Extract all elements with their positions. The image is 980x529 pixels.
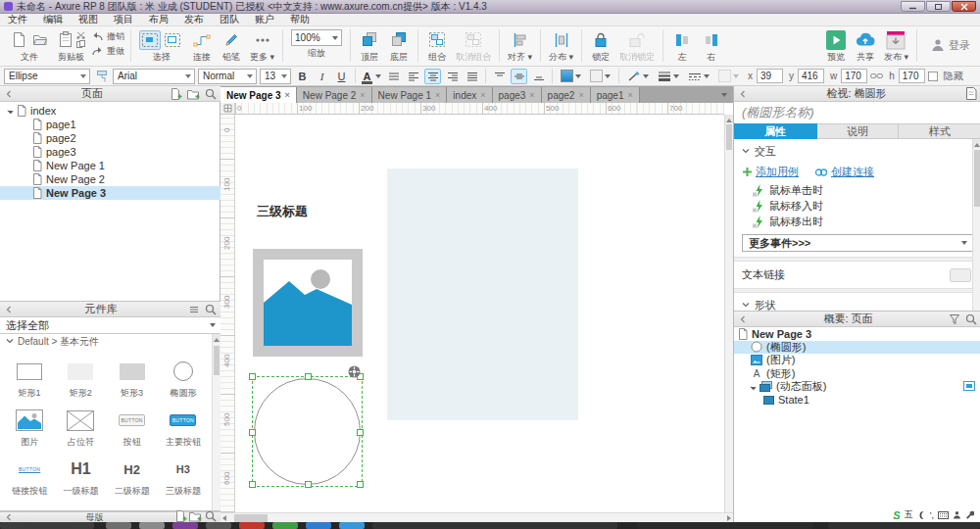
ime-fullhalf-moon-icon[interactable] xyxy=(917,510,926,520)
inspector-scrollbar[interactable] xyxy=(972,139,980,311)
close-button[interactable] xyxy=(952,1,976,12)
login-button[interactable]: 登录 xyxy=(931,28,970,62)
page-tree-item-page1[interactable]: page1 xyxy=(0,118,220,131)
widget-filter-select[interactable]: 选择全部 xyxy=(0,317,220,334)
menu-item-account[interactable]: 账户 xyxy=(247,14,282,26)
toolbar-file-doc-open-button[interactable] xyxy=(29,29,49,50)
h-field[interactable]: 170 xyxy=(899,69,925,83)
toolbar-redo-button[interactable]: 重做 xyxy=(91,45,124,58)
add-master-folder-icon[interactable] xyxy=(189,510,202,522)
line-spacing-button[interactable] xyxy=(385,69,402,84)
canvas-ellipse-widget-selected[interactable] xyxy=(252,376,363,487)
widget-item[interactable]: 椭圆形 xyxy=(158,355,209,404)
toolbar-group-button[interactable]: 组合 xyxy=(422,28,452,65)
toolbar-more-button[interactable]: 更多 ▾ xyxy=(246,28,278,65)
bold-button[interactable]: B xyxy=(294,69,311,84)
ime-wubi-mode[interactable]: 五 xyxy=(905,508,913,521)
hide-checkbox[interactable] xyxy=(928,72,938,81)
toolbar-clipboard-clipboard-button[interactable] xyxy=(57,29,74,50)
align-text-center-button[interactable] xyxy=(424,69,441,84)
font-size-select[interactable]: 13 xyxy=(260,69,291,84)
taskbar-app[interactable] xyxy=(106,522,131,529)
taskbar-app[interactable] xyxy=(239,522,265,529)
widget-item[interactable]: BUTTON主要按钮 xyxy=(158,404,209,453)
toolbar-pencil-pencil-button[interactable] xyxy=(221,30,241,50)
widget-name-input[interactable]: (椭圆形名称) xyxy=(734,102,980,123)
widget-section-header[interactable]: Default > 基本元件 xyxy=(0,334,220,349)
canvas-tab-new-page-3[interactable]: New Page 3× xyxy=(220,87,297,103)
canvas-tab-index[interactable]: index× xyxy=(447,87,492,103)
minimize-button[interactable] xyxy=(901,1,925,12)
outline-item-state1[interactable]: State1 xyxy=(734,394,980,408)
border-width-dropdown[interactable] xyxy=(655,69,682,83)
selection-handle[interactable] xyxy=(305,481,312,488)
page-tree-item-new-page-2[interactable]: New Page 2 xyxy=(0,172,220,186)
canvas-vertical-scrollbar[interactable] xyxy=(724,115,733,512)
selection-handle[interactable] xyxy=(357,481,364,488)
add-page-icon[interactable] xyxy=(171,88,182,100)
toolbar-align-left-bar-left-button[interactable] xyxy=(672,30,692,50)
align-text-justify-button[interactable] xyxy=(464,69,480,84)
canvas-horizontal-scrollbar[interactable] xyxy=(220,512,733,522)
tab-close-icon[interactable]: × xyxy=(578,90,583,100)
expand-caret-icon[interactable] xyxy=(750,384,756,390)
windows-taskbar[interactable] xyxy=(0,522,980,529)
add-case-link[interactable]: 添加用例 xyxy=(742,165,799,179)
ruler-corner[interactable] xyxy=(220,103,235,115)
toolbar-select-mode-marquee-button[interactable] xyxy=(139,30,161,50)
selection-handle[interactable] xyxy=(357,429,364,436)
widgets-scrollbar[interactable] xyxy=(212,334,220,510)
page-tree-item-page2[interactable]: page2 xyxy=(0,131,220,145)
collapse-outline-icon[interactable] xyxy=(738,314,748,324)
font-family-select[interactable]: Arial xyxy=(113,69,195,84)
link-wh-icon[interactable] xyxy=(870,72,883,80)
widget-menu-icon[interactable] xyxy=(188,304,200,315)
valign-middle-button[interactable] xyxy=(511,69,527,84)
taskbar-app[interactable] xyxy=(139,522,165,529)
fill-color-dropdown[interactable] xyxy=(558,68,584,84)
shape-section-header[interactable]: 形状 xyxy=(734,293,980,312)
taskbar-app[interactable] xyxy=(339,522,365,529)
w-field[interactable]: 170 xyxy=(841,69,867,83)
ime-keyboard-icon[interactable] xyxy=(938,511,949,519)
widget-settings-gear-icon[interactable] xyxy=(348,365,361,378)
ime-logo[interactable]: S xyxy=(893,509,900,521)
widget-item[interactable]: 图片 xyxy=(4,404,55,453)
widget-item[interactable]: H1一级标题 xyxy=(55,453,106,502)
toolbar-bring-front-button[interactable]: 顶层 xyxy=(355,28,384,65)
toolbar-lock-lock-button[interactable] xyxy=(591,29,611,50)
page-tree-item-index[interactable]: index xyxy=(0,104,220,118)
canvas-tab-page2[interactable]: page2× xyxy=(542,87,591,103)
taskbar-app[interactable] xyxy=(372,522,617,529)
widget-2[interactable]: 矩形2 xyxy=(55,355,106,404)
widget-item[interactable]: H2二级标题 xyxy=(107,453,158,502)
toolbar-align-left-button[interactable]: 左 xyxy=(667,28,697,65)
maximize-button[interactable] xyxy=(926,1,951,12)
tab-close-icon[interactable]: × xyxy=(360,90,365,100)
font-color-button[interactable]: A xyxy=(361,69,382,84)
taskbar-app[interactable] xyxy=(172,522,198,529)
valign-top-button[interactable] xyxy=(491,69,508,84)
border-color-dropdown[interactable] xyxy=(624,69,652,84)
toolbar-send-back-layer-back-button[interactable] xyxy=(388,29,410,50)
create-connection-link[interactable]: 创建连接 xyxy=(814,165,874,179)
format-painter-button[interactable] xyxy=(93,69,110,84)
toolbar-align-right-bar-right-button[interactable] xyxy=(702,30,721,50)
ime-settings-wrench-icon[interactable] xyxy=(965,510,974,519)
widget-item[interactable]: BUTTON按钮 xyxy=(107,404,158,453)
toolbar-send-back-button[interactable]: 底层 xyxy=(384,28,414,65)
underline-button[interactable]: U xyxy=(333,69,350,84)
outline-item-dynamic-panel[interactable]: (动态面板) xyxy=(734,380,980,394)
widget-item[interactable]: H3三级标题 xyxy=(158,453,209,502)
inspector-tab-properties[interactable]: 属性 xyxy=(734,123,817,139)
taskbar-app[interactable] xyxy=(272,522,298,529)
toolbar-bring-front-layer-front-button[interactable] xyxy=(359,29,380,50)
canvas-dynamic-panel-widget[interactable] xyxy=(387,168,578,420)
widget-3[interactable]: 矩形3 xyxy=(107,355,158,404)
widget-style-select[interactable]: Ellipse xyxy=(4,69,90,84)
canvas-tab-page1[interactable]: page1× xyxy=(591,87,640,103)
align-text-left-button[interactable] xyxy=(405,69,421,84)
ellipse-shape[interactable] xyxy=(254,378,361,485)
canvas-tab-new-page-2[interactable]: New Page 2× xyxy=(297,87,372,103)
x-field[interactable]: 39 xyxy=(757,69,783,83)
